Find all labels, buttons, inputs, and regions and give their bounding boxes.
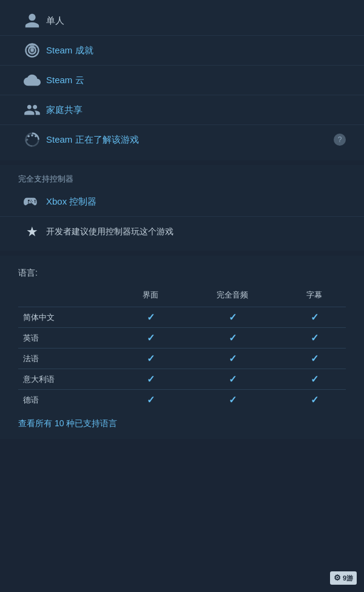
check-icon: ✓ [147,333,155,343]
lang-subtitles: ✓ [283,328,346,349]
check-icon: ✓ [311,374,318,384]
col-header-interface: 界面 [120,287,182,307]
lang-interface: ✓ [120,328,182,349]
check-icon: ✓ [229,312,237,322]
lang-name: 意大利语 [18,369,120,390]
check-icon: ✓ [311,353,318,364]
controller-section-label: 完全支持控制器 [0,169,364,187]
lang-audio: ✓ [182,307,283,328]
table-row: 意大利语✓✓✓ [18,369,346,390]
feature-steam-cloud: Steam 云 [0,66,364,95]
table-row: 英语✓✓✓ [18,328,346,349]
col-header-audio: 完全音频 [182,287,283,307]
col-header-subtitles: 字幕 [283,287,346,307]
controller-icon [18,193,46,210]
svg-point-2 [31,134,33,137]
watermark-text: 9游 [343,574,353,582]
feature-single-player: 单人 [0,6,364,36]
check-icon: ✓ [311,333,318,343]
table-row: 德语✓✓✓ [18,390,346,410]
check-icon: ✓ [229,395,237,405]
controller-section: 完全支持控制器 Xbox 控制器 ★ 开发者建议使用控制器玩这个游戏 [0,165,364,251]
steam-learning-label: Steam 正在了解该游戏 [46,134,334,146]
lang-audio: ✓ [182,349,283,369]
lang-interface: ✓ [120,349,182,369]
lang-audio: ✓ [182,369,283,390]
loading-icon [18,131,46,148]
check-icon: ✓ [147,312,155,322]
family-icon [18,101,46,118]
achievements-icon [18,42,46,59]
language-title: 语言: [18,268,346,279]
lang-subtitles: ✓ [283,349,346,369]
developer-note-row: ★ 开发者建议使用控制器玩这个游戏 [0,217,364,247]
check-icon: ✓ [229,374,237,384]
lang-audio: ✓ [182,390,283,410]
svg-point-3 [27,135,30,137]
check-icon: ✓ [229,333,237,343]
svg-point-1 [35,135,37,137]
table-row: 简体中文✓✓✓ [18,307,346,328]
watermark: ⚙ 9游 [330,571,357,585]
steam-cloud-label: Steam 云 [46,75,346,86]
person-icon [18,12,46,29]
table-row: 法语✓✓✓ [18,349,346,369]
family-share-label: 家庭共享 [46,104,346,116]
feature-xbox-controller: Xbox 控制器 [0,187,364,217]
lang-audio: ✓ [182,328,283,349]
check-icon: ✓ [147,353,155,364]
xbox-controller-label: Xbox 控制器 [46,196,346,208]
steam-achievements-label: Steam 成就 [46,45,346,56]
check-icon: ✓ [147,374,155,384]
help-badge[interactable]: ? [334,134,346,146]
col-header-lang [18,287,120,307]
watermark-icon: ⚙ [334,573,341,582]
lang-subtitles: ✓ [283,390,346,410]
feature-family-share: 家庭共享 [0,95,364,125]
lang-name: 法语 [18,349,120,369]
lang-subtitles: ✓ [283,307,346,328]
check-icon: ✓ [311,395,318,405]
check-icon: ✓ [229,353,237,364]
lang-name: 德语 [18,390,120,410]
single-player-label: 单人 [46,15,346,27]
star-icon: ★ [18,224,46,240]
lang-interface: ✓ [120,369,182,390]
lang-name: 简体中文 [18,307,120,328]
lang-subtitles: ✓ [283,369,346,390]
feature-steam-achievements: Steam 成就 [0,36,364,66]
developer-note-label: 开发者建议使用控制器玩这个游戏 [46,226,346,237]
language-table: 界面 完全音频 字幕 简体中文✓✓✓英语✓✓✓法语✓✓✓意大利语✓✓✓德语✓✓✓ [18,287,346,410]
language-section: 语言: 界面 完全音频 字幕 简体中文✓✓✓英语✓✓✓法语✓✓✓意大利语✓✓✓德… [0,256,364,439]
features-section: 单人 Steam 成就 Steam 云 家庭共 [0,0,364,160]
check-icon: ✓ [147,395,155,405]
lang-name: 英语 [18,328,120,349]
feature-steam-learning: Steam 正在了解该游戏 ? [0,125,364,154]
lang-interface: ✓ [120,390,182,410]
check-icon: ✓ [311,312,318,322]
more-languages-link[interactable]: 查看所有 10 种已支持语言 [18,418,117,429]
cloud-icon [18,72,46,89]
lang-interface: ✓ [120,307,182,328]
